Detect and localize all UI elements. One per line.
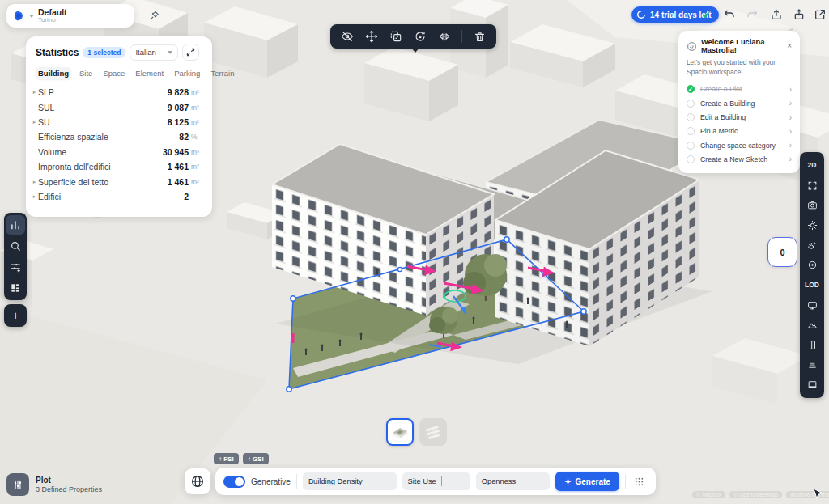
floors-stack-icon[interactable]	[801, 355, 823, 375]
delete-icon[interactable]	[469, 27, 490, 46]
tab-terrain[interactable]: Terrain	[208, 67, 236, 79]
sun-icon[interactable]	[801, 215, 823, 235]
hide-icon[interactable]	[337, 27, 358, 46]
move-icon[interactable]	[361, 27, 382, 46]
generative-toolbar: Generative Building Density Site Use Ope…	[215, 468, 656, 495]
shadows-icon[interactable]	[801, 235, 823, 256]
wave-icon	[687, 41, 697, 52]
variant-thumbnails	[386, 418, 447, 446]
tab-element[interactable]: Element	[133, 67, 166, 79]
stat-row-su[interactable]: ▸ SU 8 125 m²	[31, 115, 202, 129]
search-icon[interactable]	[6, 236, 25, 256]
export-icon[interactable]	[769, 7, 784, 22]
chevron-down-icon[interactable]	[29, 15, 34, 18]
project-location: Torino	[38, 17, 67, 23]
statistics-icon[interactable]	[6, 215, 25, 235]
todo-circle-icon	[687, 155, 695, 163]
openness-field[interactable]: Openness	[476, 472, 550, 490]
tab-site[interactable]: Site	[77, 67, 95, 79]
expand-panel-button[interactable]	[182, 44, 199, 61]
welcome-subtitle: Let's get you started with your Spacio w…	[687, 58, 792, 76]
ground-plane-icon[interactable]	[801, 375, 823, 396]
building-density-field[interactable]: Building Density	[303, 472, 397, 490]
app-root: Default Torino Statistics 1 selected Ita…	[0, 0, 829, 504]
wall-panel-icon[interactable]	[801, 335, 823, 355]
check-icon: ✓	[687, 85, 695, 93]
stat-row-efficienza[interactable]: Efficienza spaziale 82 %	[31, 129, 202, 144]
level-counter[interactable]: 0	[767, 237, 797, 267]
chevron-right-icon: ›	[789, 99, 792, 108]
stat-row-edifici[interactable]: ▸ Edifici 2	[31, 189, 202, 204]
generative-toggle[interactable]	[223, 476, 245, 488]
onboarding-item-new-sketch[interactable]: Create a New Sketch ›	[687, 152, 792, 166]
welcome-title: Welcome Luciana Mastrolia!	[701, 38, 783, 54]
onboarding-item-create-building[interactable]: Create a Building ›	[687, 96, 792, 110]
stat-row-sul[interactable]: SUL 9 087 m²	[31, 100, 202, 114]
welcome-panel: Welcome Luciana Mastrolia! × Let's get y…	[678, 31, 800, 173]
rotate-icon[interactable]	[410, 27, 431, 46]
row-expand-caret-icon[interactable]: ▸	[31, 179, 38, 185]
selection-handle[interactable]	[581, 309, 586, 314]
statistics-title: Statistics	[36, 47, 79, 58]
mouse-cursor	[813, 488, 823, 499]
undo-button[interactable]	[722, 7, 737, 22]
selection-handle[interactable]	[287, 387, 291, 392]
todo-circle-icon	[687, 142, 695, 150]
stat-row-impronta[interactable]: Impronta dell'edifici 1 461 m²	[31, 159, 202, 174]
generate-button[interactable]: ✦ Generate	[555, 472, 619, 491]
selection-handle[interactable]	[504, 237, 509, 242]
selection-midpoint-handle[interactable]	[397, 267, 402, 271]
mirror-icon[interactable]	[434, 27, 455, 46]
add-button[interactable]: +	[4, 304, 27, 327]
plot-title: Plot	[36, 476, 102, 485]
gsi-pill[interactable]: ↑ GSI	[243, 453, 269, 464]
stat-row-volume[interactable]: Volume 30 945 m³	[31, 145, 202, 159]
todo-circle-icon	[687, 113, 695, 121]
chevron-right-icon: ›	[789, 127, 792, 136]
todo-circle-icon	[687, 127, 695, 135]
onboarding-item-change-category[interactable]: Change space category ›	[687, 138, 792, 152]
onboarding-item-pin-metric[interactable]: Pin a Metric ›	[687, 125, 792, 138]
fit-view-icon[interactable]	[801, 176, 823, 196]
redo-button[interactable]	[745, 7, 759, 22]
duplicate-icon[interactable]	[385, 27, 406, 46]
language-select-value: Italian	[135, 48, 155, 57]
row-expand-caret-icon[interactable]: ▸	[31, 119, 38, 125]
fsi-pill[interactable]: ↑ FSI	[214, 453, 239, 464]
lod-button[interactable]: LOD	[801, 275, 823, 295]
filters-icon[interactable]	[6, 257, 25, 277]
right-toolbar: 2D LOD	[800, 152, 824, 398]
options-grid-icon[interactable]	[631, 473, 648, 489]
camera-icon[interactable]	[801, 195, 823, 215]
row-expand-caret-icon[interactable]: ▸	[31, 193, 38, 200]
variant-thumbnail-selected[interactable]	[386, 418, 414, 446]
language-select[interactable]: Italian	[130, 44, 178, 61]
context-globe-button[interactable]	[185, 468, 210, 494]
open-external-icon[interactable]	[813, 7, 827, 22]
layout-blocks-icon[interactable]	[6, 278, 25, 298]
tab-building[interactable]: Building	[36, 67, 71, 79]
statistics-tabs: Building Site Space Element Parking Terr…	[26, 64, 212, 83]
mode-2d-button[interactable]: 2D	[801, 155, 823, 176]
pin-icon[interactable]	[147, 8, 161, 23]
row-expand-caret-icon[interactable]: ▸	[31, 89, 38, 95]
target-icon[interactable]	[801, 255, 823, 275]
onboarding-item-create-plot[interactable]: ✓ Create a Plot ›	[687, 83, 792, 96]
tab-space[interactable]: Space	[100, 67, 127, 79]
monitor-icon[interactable]	[801, 295, 823, 316]
close-icon[interactable]: ×	[787, 42, 792, 50]
chevron-down-icon	[168, 51, 172, 54]
stat-row-slp[interactable]: ▸ SLP 9 828 m²	[31, 85, 202, 100]
onboarding-item-edit-building[interactable]: Edit a Building ›	[687, 110, 792, 124]
site-use-field[interactable]: Site Use	[402, 472, 470, 490]
chevron-right-icon: ›	[789, 113, 792, 122]
share-icon[interactable]	[792, 7, 806, 22]
variant-thumbnail-alt[interactable]	[419, 418, 447, 446]
plot-sliders-icon[interactable]	[6, 473, 29, 496]
saved-check-icon: ✓	[699, 7, 714, 22]
selection-handle[interactable]	[291, 296, 295, 301]
project-card[interactable]: Default Torino	[6, 4, 134, 28]
tab-parking[interactable]: Parking	[172, 67, 202, 79]
terrain-icon[interactable]	[801, 316, 823, 336]
stat-row-tetto[interactable]: ▸ Superficie del tetto 1 461 m²	[31, 174, 202, 188]
